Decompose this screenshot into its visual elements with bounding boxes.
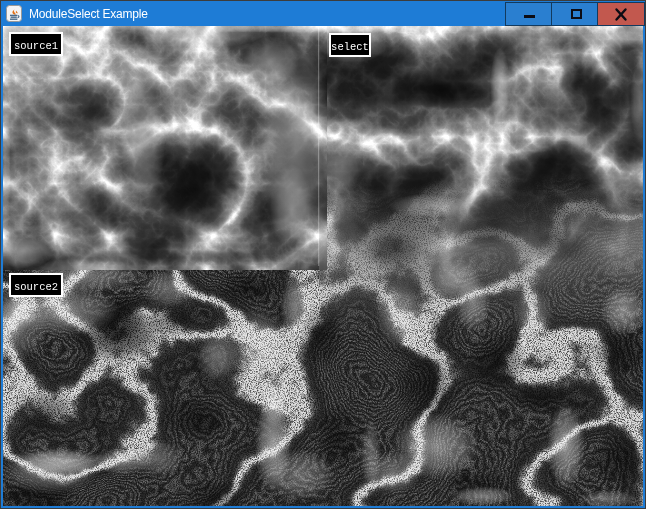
svg-text:source2: source2 [14,281,58,293]
svg-text:select: select [331,41,369,53]
svg-text:source1: source1 [14,40,58,52]
